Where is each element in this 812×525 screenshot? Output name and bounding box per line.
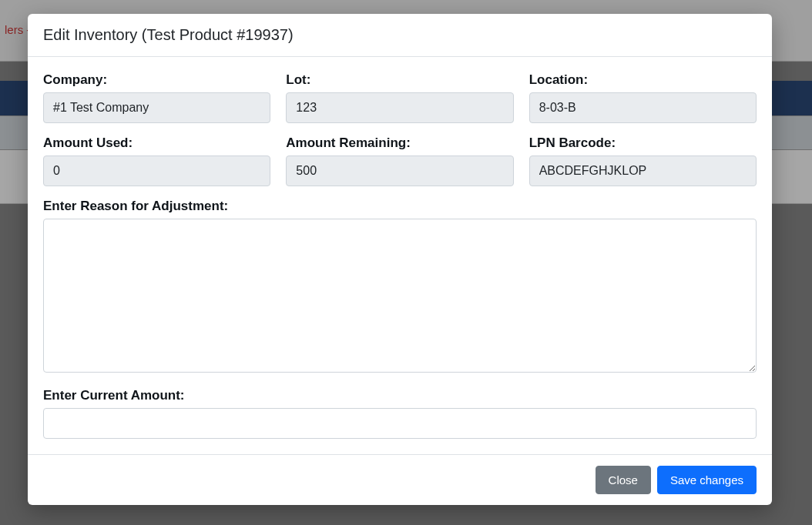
location-group: Location: — [529, 72, 757, 123]
lpn-barcode-input[interactable] — [529, 155, 757, 186]
reason-textarea[interactable] — [43, 219, 757, 373]
company-input[interactable] — [43, 92, 270, 123]
amount-remaining-group: Amount Remaining: — [286, 135, 513, 186]
lpn-barcode-group: LPN Barcode: — [529, 135, 757, 186]
lot-group: Lot: — [286, 72, 513, 123]
location-input[interactable] — [529, 92, 757, 123]
company-group: Company: — [43, 72, 270, 123]
lpn-barcode-label: LPN Barcode: — [529, 135, 757, 151]
reason-label: Enter Reason for Adjustment: — [43, 199, 757, 214]
company-label: Company: — [43, 72, 270, 88]
amount-remaining-label: Amount Remaining: — [286, 135, 513, 151]
edit-inventory-modal: Edit Inventory (Test Product #19937) Com… — [28, 14, 772, 505]
amount-remaining-input[interactable] — [286, 155, 513, 186]
current-amount-input[interactable] — [43, 408, 757, 439]
current-amount-group: Enter Current Amount: — [43, 388, 757, 439]
modal-header: Edit Inventory (Test Product #19937) — [28, 14, 772, 57]
location-label: Location: — [529, 72, 757, 88]
reason-group: Enter Reason for Adjustment: — [43, 199, 757, 376]
amount-used-input[interactable] — [43, 155, 270, 186]
lot-input[interactable] — [286, 92, 513, 123]
save-changes-button[interactable]: Save changes — [657, 466, 757, 494]
modal-footer: Close Save changes — [28, 454, 772, 505]
modal-body: Company: Lot: Location: Amount Used: Amo… — [28, 57, 772, 454]
current-amount-label: Enter Current Amount: — [43, 388, 757, 403]
lot-label: Lot: — [286, 72, 513, 88]
amount-used-label: Amount Used: — [43, 135, 270, 151]
close-button[interactable]: Close — [596, 466, 651, 494]
modal-title: Edit Inventory (Test Product #19937) — [43, 26, 757, 44]
amount-used-group: Amount Used: — [43, 135, 270, 186]
